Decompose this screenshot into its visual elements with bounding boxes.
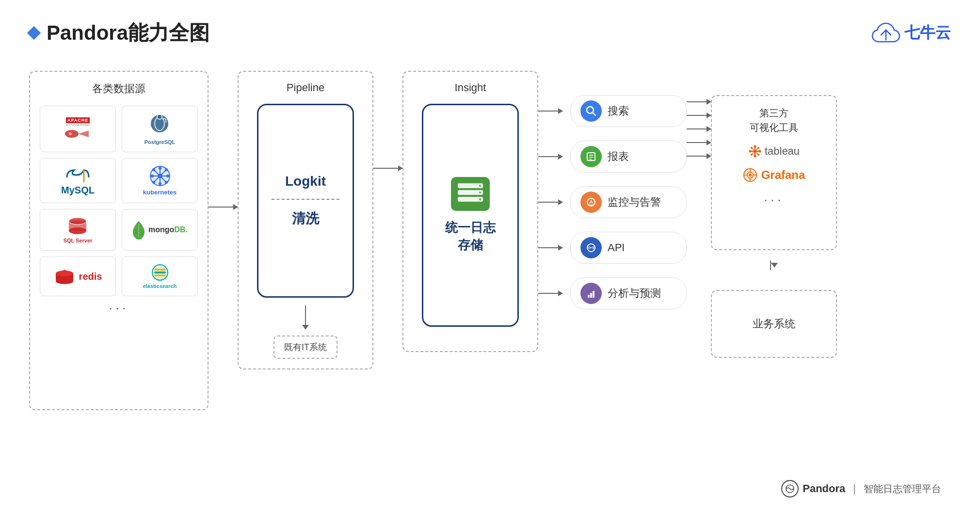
pipeline-section: Pipeline Logkit 清洗 既有IT系统 [238,71,373,369]
datasource-sqlserver: SQL Server [40,209,116,251]
svg-point-53 [754,155,756,158]
datasource-redis: redis [40,256,116,296]
qiniu-icon [871,21,900,45]
page-title: Pandora能力全图 [47,19,209,47]
it-system-label: 既有IT系统 [284,342,327,352]
tp-divider-arrow [711,258,837,272]
svg-point-59 [751,154,753,156]
pipeline-inner-box: Logkit 清洗 [257,104,354,298]
feature-label-analysis: 分析与预测 [608,286,661,301]
svg-point-62 [749,174,752,176]
svg-marker-2 [78,130,89,137]
svg-point-33 [479,185,481,187]
tp-ellipsis: ··· [764,192,784,208]
datasource-mongodb: mongoDB. [122,209,198,251]
svg-rect-47 [593,291,594,298]
feature-label-search: 搜索 [608,104,629,118]
pipeline-divider [272,199,339,200]
svg-point-10 [159,167,161,170]
svg-point-20 [69,227,86,234]
feature-row-report: 报表 [538,141,687,173]
footer: Pandora | 智能日志管理平台 [781,480,941,497]
pandora-logo: Pandora [781,480,845,497]
storage-icon [451,177,490,211]
tableau-logo: tableau [748,144,800,158]
datasource-elasticsearch: elasticsearch [122,256,198,296]
pandora-icon [781,480,799,497]
report-circle-icon [580,146,602,167]
logkit-label: Logkit [285,174,326,189]
svg-point-14 [152,168,155,171]
feature-row-search: 搜索 [538,95,687,127]
title-area: Pandora能力全图 [29,19,209,47]
svg-point-3 [69,132,72,135]
features-section: 搜索 报表 监控与告警 [538,71,687,309]
datasource-postgresql: PostgreSQL [122,106,198,152]
feature-label-api: API [608,241,625,254]
footer-separator: | [853,482,856,495]
feature-arrow-monitor [538,202,562,203]
svg-rect-29 [154,274,166,276]
datasource-grid: APACHE HTTP SERVER [40,106,198,296]
svg-point-55 [758,150,761,153]
svg-point-34 [479,192,481,193]
feature-row-monitor: 监控与告警 [538,186,687,218]
right-column: 第三方可视化工具 [711,71,837,358]
feature-pill-analysis: 分析与预测 [570,277,687,309]
insight-outer-box: Insight 统一日志 [402,71,538,352]
datasource-ellipsis: ··· [40,300,198,316]
search-circle-icon [580,100,602,122]
third-party-title: 第三方可视化工具 [750,106,798,135]
api-circle-icon [580,237,602,258]
svg-point-56 [751,147,753,149]
svg-point-57 [757,154,759,156]
svg-point-15 [165,181,168,184]
svg-point-52 [754,145,756,148]
feature-arrow-report [538,156,562,157]
svg-point-6 [157,114,162,119]
monitor-circle-icon [580,192,602,213]
analysis-circle-icon [580,283,602,304]
datasource-mysql: MySQL [40,158,116,203]
clean-label: 清洗 [292,209,319,228]
tableau-label: tableau [765,145,800,158]
feature-row-analysis: 分析与预测 [538,277,687,309]
it-system-box: 既有IT系统 [273,336,337,359]
feature-arrow-search [538,111,562,112]
grafana-logo: Grafana [743,168,805,182]
svg-rect-46 [590,293,592,298]
tableau-icon [748,144,762,158]
qiniu-logo: 七牛云 [871,21,951,45]
feature-label-monitor: 监控与告警 [608,195,661,209]
third-party-box: 第三方可视化工具 [711,95,837,250]
datasource-kubernetes: kubernetes [122,158,198,203]
insight-title: Insight [455,81,486,94]
business-label: 业务系统 [753,317,795,331]
svg-point-11 [159,182,161,185]
right-side-arrows [687,71,711,163]
feature-arrow-analysis [538,293,562,294]
feature-arrow-api [538,247,562,248]
datasource-box: 各类数据源 APACHE HTTP SERVER [29,71,209,410]
svg-rect-27 [154,269,166,271]
datasource-apache: APACHE HTTP SERVER [40,106,116,152]
feature-label-report: 报表 [608,149,629,164]
grafana-icon [743,168,757,182]
business-box: 业务系统 [711,290,837,358]
feature-pill-monitor: 监控与告警 [570,186,687,218]
feature-pill-report: 报表 [570,141,687,173]
diagram: 各类数据源 APACHE HTTP SERVER [29,71,951,410]
pipeline-title: Pipeline [287,81,324,94]
diamond-icon [27,26,41,40]
grafana-label: Grafana [761,168,805,182]
footer-brand: Pandora [803,482,845,495]
svg-point-13 [166,175,169,177]
feature-row-api: API [538,232,687,264]
qiniu-text: 七牛云 [904,22,951,44]
pipeline-outer-box: Pipeline Logkit 清洗 既有IT系统 [238,71,373,369]
down-arrow [302,305,309,330]
datasource-title: 各类数据源 [40,81,198,96]
arrow-pipeline-to-insight [373,71,402,169]
svg-point-16 [152,181,155,184]
insight-inner-box: 统一日志 存储 [422,104,519,327]
